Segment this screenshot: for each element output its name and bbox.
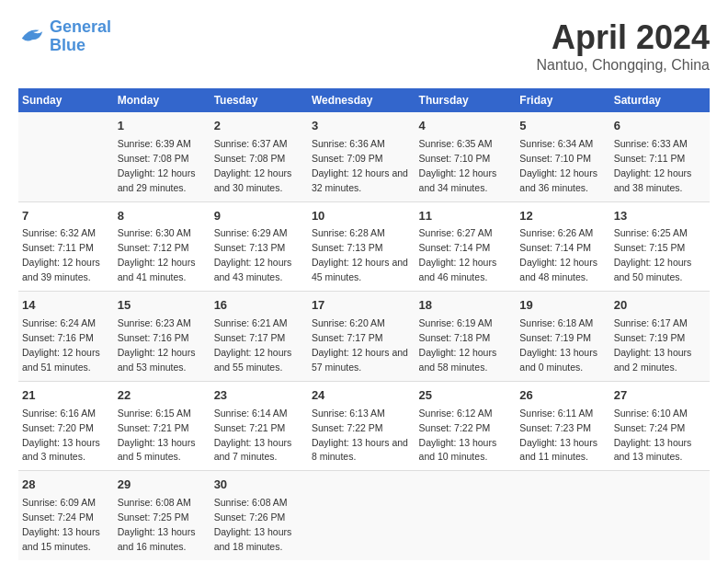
calendar-week-row: 14 Sunrise: 6:24 AM Sunset: 7:16 PM Dayl… — [18, 292, 710, 382]
day-number: 28 — [22, 477, 110, 494]
sunset-text: Sunset: 7:10 PM — [519, 153, 591, 164]
sunset-text: Sunset: 7:12 PM — [118, 242, 189, 253]
daylight-text: Daylight: 12 hours and 53 minutes. — [118, 347, 196, 373]
daylight-text: Daylight: 13 hours and 8 minutes. — [312, 437, 408, 463]
sunset-text: Sunset: 7:24 PM — [22, 511, 94, 523]
daylight-text: Daylight: 12 hours and 32 minutes. — [312, 167, 408, 193]
calendar-day-cell: 7 Sunrise: 6:32 AM Sunset: 7:11 PM Dayli… — [18, 201, 114, 292]
sunrise-text: Sunrise: 6:32 AM — [22, 227, 96, 238]
calendar-day-cell — [308, 471, 415, 560]
sunrise-text: Sunrise: 6:08 AM — [118, 497, 191, 508]
daylight-text: Daylight: 12 hours and 38 minutes. — [614, 167, 692, 193]
calendar-day-cell: 22 Sunrise: 6:15 AM Sunset: 7:21 PM Dayl… — [114, 381, 210, 471]
calendar-day-cell: 18 Sunrise: 6:19 AM Sunset: 7:18 PM Dayl… — [415, 292, 517, 382]
calendar-day-cell: 29 Sunrise: 6:08 AM Sunset: 7:25 PM Dayl… — [114, 471, 210, 560]
calendar-week-row: 7 Sunrise: 6:32 AM Sunset: 7:11 PM Dayli… — [18, 201, 710, 292]
sunset-text: Sunset: 7:21 PM — [118, 422, 189, 433]
sunrise-text: Sunrise: 6:08 AM — [214, 497, 288, 508]
day-number: 3 — [312, 118, 412, 135]
calendar-day-cell — [610, 471, 710, 560]
day-number: 9 — [214, 208, 304, 225]
daylight-text: Daylight: 12 hours and 48 minutes. — [519, 257, 597, 282]
calendar-day-cell — [18, 112, 114, 201]
day-number: 23 — [214, 387, 304, 405]
daylight-text: Daylight: 13 hours and 2 minutes. — [614, 347, 692, 373]
calendar-week-row: 28 Sunrise: 6:09 AM Sunset: 7:24 PM Dayl… — [18, 471, 710, 560]
calendar-day-header: Tuesday — [210, 88, 308, 112]
calendar-day-cell: 24 Sunrise: 6:13 AM Sunset: 7:22 PM Dayl… — [308, 381, 415, 471]
calendar-day-cell: 26 Sunrise: 6:11 AM Sunset: 7:23 PM Dayl… — [516, 381, 609, 471]
daylight-text: Daylight: 13 hours and 16 minutes. — [118, 526, 196, 552]
day-number: 14 — [22, 297, 110, 315]
sunset-text: Sunset: 7:14 PM — [419, 242, 491, 253]
day-number: 4 — [419, 118, 513, 135]
sunrise-text: Sunrise: 6:29 AM — [214, 227, 288, 238]
calendar-day-cell: 2 Sunrise: 6:37 AM Sunset: 7:08 PM Dayli… — [210, 112, 308, 201]
calendar-day-cell: 16 Sunrise: 6:21 AM Sunset: 7:17 PM Dayl… — [210, 292, 308, 382]
sunset-text: Sunset: 7:19 PM — [614, 332, 686, 343]
sunrise-text: Sunrise: 6:13 AM — [312, 408, 385, 419]
sunset-text: Sunset: 7:22 PM — [312, 422, 383, 433]
calendar-header-row: SundayMondayTuesdayWednesdayThursdayFrid… — [18, 88, 710, 112]
day-number: 22 — [118, 387, 207, 405]
sunrise-text: Sunrise: 6:10 AM — [614, 408, 688, 419]
sunrise-text: Sunrise: 6:18 AM — [519, 317, 593, 328]
daylight-text: Daylight: 12 hours and 29 minutes. — [118, 167, 196, 193]
page-subtitle: Nantuo, Chongqing, China — [536, 57, 710, 74]
day-number: 10 — [312, 208, 412, 225]
day-number: 20 — [614, 297, 706, 315]
calendar-table: SundayMondayTuesdayWednesdayThursdayFrid… — [18, 88, 710, 560]
calendar-day-cell: 19 Sunrise: 6:18 AM Sunset: 7:19 PM Dayl… — [516, 292, 609, 382]
daylight-text: Daylight: 12 hours and 39 minutes. — [22, 257, 100, 282]
daylight-text: Daylight: 13 hours and 18 minutes. — [214, 526, 292, 552]
calendar-week-row: 21 Sunrise: 6:16 AM Sunset: 7:20 PM Dayl… — [18, 381, 710, 471]
daylight-text: Daylight: 13 hours and 5 minutes. — [118, 437, 196, 463]
calendar-day-header: Friday — [516, 88, 609, 112]
sunset-text: Sunset: 7:11 PM — [22, 242, 94, 253]
calendar-day-cell: 25 Sunrise: 6:12 AM Sunset: 7:22 PM Dayl… — [415, 381, 517, 471]
calendar-day-cell: 15 Sunrise: 6:23 AM Sunset: 7:16 PM Dayl… — [114, 292, 210, 382]
sunrise-text: Sunrise: 6:23 AM — [118, 317, 191, 328]
sunset-text: Sunset: 7:17 PM — [214, 332, 286, 343]
sunrise-text: Sunrise: 6:39 AM — [118, 138, 191, 149]
day-number: 17 — [312, 297, 412, 315]
calendar-day-cell: 11 Sunrise: 6:27 AM Sunset: 7:14 PM Dayl… — [415, 201, 517, 292]
page-header: General Blue April 2024 Nantuo, Chongqin… — [18, 18, 710, 74]
calendar-day-cell: 21 Sunrise: 6:16 AM Sunset: 7:20 PM Dayl… — [18, 381, 114, 471]
sunrise-text: Sunrise: 6:20 AM — [312, 317, 385, 328]
daylight-text: Daylight: 12 hours and 41 minutes. — [118, 257, 196, 282]
sunrise-text: Sunrise: 6:12 AM — [419, 408, 493, 419]
sunset-text: Sunset: 7:15 PM — [614, 242, 686, 253]
day-number: 1 — [118, 118, 207, 135]
sunrise-text: Sunrise: 6:17 AM — [614, 317, 688, 328]
day-number: 12 — [519, 208, 606, 225]
daylight-text: Daylight: 13 hours and 0 minutes. — [519, 347, 597, 373]
day-number: 24 — [312, 387, 412, 405]
daylight-text: Daylight: 12 hours and 50 minutes. — [614, 257, 692, 282]
calendar-week-row: 1 Sunrise: 6:39 AM Sunset: 7:08 PM Dayli… — [18, 112, 710, 201]
sunset-text: Sunset: 7:18 PM — [419, 332, 491, 343]
calendar-day-header: Saturday — [610, 88, 710, 112]
day-number: 13 — [614, 208, 706, 225]
day-number: 2 — [214, 118, 304, 135]
sunrise-text: Sunrise: 6:27 AM — [419, 227, 493, 238]
calendar-day-cell: 28 Sunrise: 6:09 AM Sunset: 7:24 PM Dayl… — [18, 471, 114, 560]
calendar-day-cell — [415, 471, 517, 560]
sunset-text: Sunset: 7:16 PM — [118, 332, 189, 343]
sunrise-text: Sunrise: 6:33 AM — [614, 138, 688, 149]
sunset-text: Sunset: 7:13 PM — [312, 242, 383, 253]
calendar-day-header: Thursday — [415, 88, 517, 112]
sunset-text: Sunset: 7:10 PM — [419, 153, 491, 164]
daylight-text: Daylight: 13 hours and 10 minutes. — [419, 437, 497, 463]
calendar-day-cell: 13 Sunrise: 6:25 AM Sunset: 7:15 PM Dayl… — [610, 201, 710, 292]
daylight-text: Daylight: 12 hours and 43 minutes. — [214, 257, 292, 282]
daylight-text: Daylight: 12 hours and 36 minutes. — [519, 167, 597, 193]
calendar-day-cell: 1 Sunrise: 6:39 AM Sunset: 7:08 PM Dayli… — [114, 112, 210, 201]
calendar-day-cell: 17 Sunrise: 6:20 AM Sunset: 7:17 PM Dayl… — [308, 292, 415, 382]
sunset-text: Sunset: 7:14 PM — [519, 242, 591, 253]
day-number: 16 — [214, 297, 304, 315]
sunrise-text: Sunrise: 6:15 AM — [118, 408, 191, 419]
calendar-day-cell: 3 Sunrise: 6:36 AM Sunset: 7:09 PM Dayli… — [308, 112, 415, 201]
sunrise-text: Sunrise: 6:36 AM — [312, 138, 385, 149]
sunset-text: Sunset: 7:08 PM — [214, 153, 286, 164]
